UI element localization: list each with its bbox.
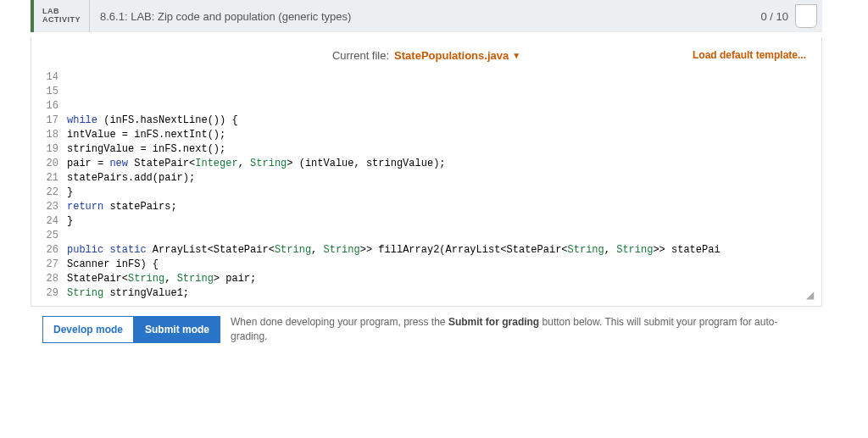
score-badge-icon — [795, 4, 817, 28]
current-file-name[interactable]: StatePopulations.java — [394, 49, 509, 62]
footer-text-bold: Submit for grading — [448, 316, 539, 328]
load-default-template-link[interactable]: Load default template... — [693, 49, 806, 61]
footer-instructions: When done developing your program, press… — [231, 315, 810, 344]
activity-label-line2: ACTIVITY — [42, 16, 81, 25]
line-number-gutter: 14 15 16 17 18 19 20 21 22 23 24 25 26 2… — [36, 70, 62, 301]
code-panel: Current file: StatePopulations.java ▼ Lo… — [31, 37, 822, 307]
mode-toggle: Develop mode Submit mode — [42, 316, 220, 343]
footer-row: Develop mode Submit mode When done devel… — [31, 307, 822, 359]
current-file-label: Current file: — [332, 49, 389, 62]
activity-type-label: LAB ACTIVITY — [34, 0, 90, 32]
file-selector-row: Current file: StatePopulations.java ▼ Lo… — [31, 37, 821, 70]
submit-mode-button[interactable]: Submit mode — [134, 316, 220, 343]
code-content[interactable]: while (inFS.hasNextLine()) { intValue = … — [67, 114, 816, 301]
develop-mode-button[interactable]: Develop mode — [42, 316, 134, 343]
lab-header: LAB ACTIVITY 8.6.1: LAB: Zip code and po… — [31, 0, 822, 32]
activity-title: 8.6.1: LAB: Zip code and population (gen… — [90, 0, 760, 32]
caret-down-icon[interactable]: ▼ — [512, 51, 520, 60]
resize-handle-icon[interactable]: ◢ — [806, 291, 815, 299]
code-editor[interactable]: 14 15 16 17 18 19 20 21 22 23 24 25 26 2… — [36, 70, 816, 301]
score-text: 0 / 10 — [760, 10, 788, 23]
score-display: 0 / 10 — [760, 0, 822, 32]
footer-text-pre: When done developing your program, press… — [231, 316, 448, 328]
